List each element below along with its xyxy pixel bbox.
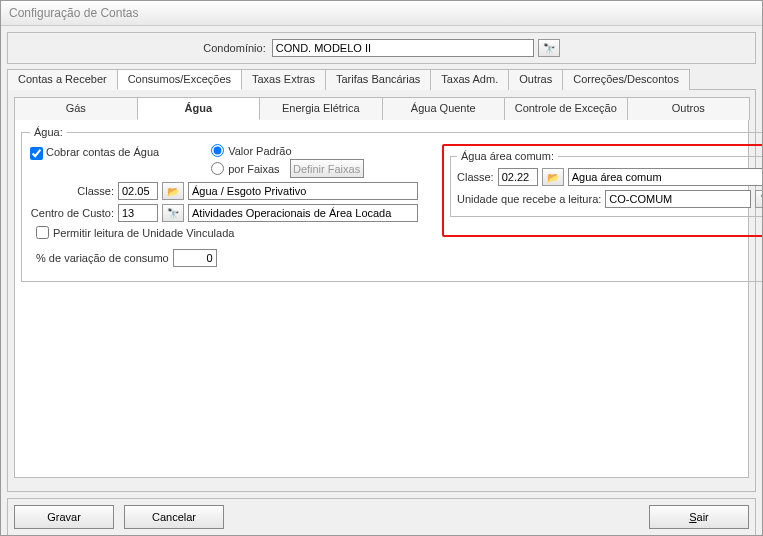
agua-area-comum-highlight: Água área comum: Classe: 📂 Unidade que r…	[442, 144, 763, 237]
folder-icon[interactable]: 📂	[162, 182, 184, 200]
sub-tabs: Gás Água Energia Elétrica Água Quente Co…	[14, 96, 749, 120]
condominio-input[interactable]	[272, 39, 534, 57]
tab-taxas-extras[interactable]: Taxas Extras	[241, 69, 326, 90]
subtab-energia[interactable]: Energia Elétrica	[259, 97, 383, 120]
legend-agua: Água:	[30, 126, 67, 138]
label-percent-variacao: % de variação de consumo	[36, 252, 169, 264]
checkbox-cobrar-agua[interactable]	[30, 147, 43, 160]
input-unidade-leitura[interactable]	[605, 190, 751, 208]
input-area-classe-desc[interactable]	[568, 168, 763, 186]
label-por-faixas: por Faixas	[228, 163, 279, 175]
input-classe[interactable]	[118, 182, 158, 200]
radio-valor-padrao[interactable]	[211, 144, 224, 157]
tab-contas-receber[interactable]: Contas a Receber	[7, 69, 118, 90]
binoculars-icon[interactable]: 🔭	[755, 190, 763, 208]
legend-area-comum: Água área comum:	[457, 150, 558, 162]
input-percent-variacao[interactable]	[173, 249, 217, 267]
tab-taxas-adm[interactable]: Taxas Adm.	[430, 69, 509, 90]
subtab-controle[interactable]: Controle de Exceção	[504, 97, 628, 120]
footer-bar: Gravar Cancelar Sair	[7, 498, 756, 536]
checkbox-permitir-leitura[interactable]	[36, 226, 49, 239]
sair-button[interactable]: Sair	[649, 505, 749, 529]
label-unidade-leitura: Unidade que recebe a leitura:	[457, 193, 601, 205]
input-area-classe[interactable]	[498, 168, 538, 186]
input-centro-custo[interactable]	[118, 204, 158, 222]
window-title: Configuração de Contas	[1, 1, 762, 26]
fieldset-agua-area-comum: Água área comum: Classe: 📂 Unidade que r…	[450, 150, 763, 217]
condominio-label: Condomínio:	[203, 42, 265, 54]
subtab-body-agua: Água: Cobrar contas de Água Valor P	[14, 120, 749, 478]
label-classe: Classe:	[30, 185, 114, 197]
folder-icon[interactable]: 📂	[542, 168, 564, 186]
label-permitir-leitura: Permitir leitura de Unidade Vinculada	[53, 227, 234, 239]
label-valor-padrao: Valor Padrão	[228, 145, 291, 157]
tab-consumos-excecoes[interactable]: Consumos/Exceções	[117, 69, 242, 90]
binoculars-icon[interactable]: 🔭	[162, 204, 184, 222]
input-classe-desc[interactable]	[188, 182, 418, 200]
main-tabs: Contas a Receber Consumos/Exceções Taxas…	[7, 68, 756, 90]
label-area-classe: Classe:	[457, 171, 494, 183]
input-centro-custo-desc[interactable]	[188, 204, 418, 222]
tab-body: Gás Água Energia Elétrica Água Quente Co…	[7, 90, 756, 492]
label-cobrar-agua: Cobrar contas de Água	[46, 146, 159, 158]
tab-tarifas-bancarias[interactable]: Tarifas Bancárias	[325, 69, 431, 90]
subtab-agua-quente[interactable]: Água Quente	[382, 97, 506, 120]
definir-faixas-button[interactable]: Definir Faixas	[290, 159, 364, 178]
radio-por-faixas[interactable]	[211, 162, 224, 175]
gravar-button[interactable]: Gravar	[14, 505, 114, 529]
label-centro-custo: Centro de Custo:	[30, 207, 114, 219]
tab-correcoes-descontos[interactable]: Correções/Descontos	[562, 69, 690, 90]
cancelar-button[interactable]: Cancelar	[124, 505, 224, 529]
subtab-agua[interactable]: Água	[137, 97, 261, 120]
subtab-gas[interactable]: Gás	[14, 97, 138, 120]
binoculars-icon[interactable]: 🔭	[538, 39, 560, 57]
condominio-panel: Condomínio: 🔭	[7, 32, 756, 64]
tab-outras[interactable]: Outras	[508, 69, 563, 90]
fieldset-agua: Água: Cobrar contas de Água Valor P	[21, 126, 763, 282]
subtab-outros[interactable]: Outros	[627, 97, 751, 120]
